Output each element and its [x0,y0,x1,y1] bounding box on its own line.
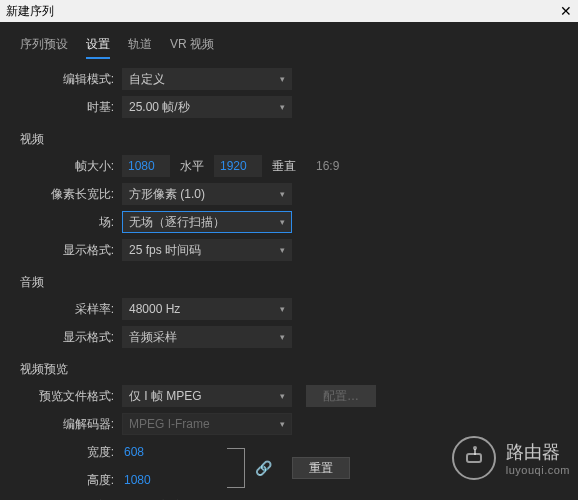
fields-label: 场: [0,214,122,231]
titlebar: 新建序列 ✕ [0,0,578,22]
tab-bar: 序列预设 设置 轨道 VR 视频 [0,32,578,67]
frame-size-label: 帧大小: [0,158,122,175]
tab-preset[interactable]: 序列预设 [20,36,68,59]
audio-display-format-label: 显示格式: [0,329,122,346]
watermark: 路由器 luyouqi.com [452,436,570,480]
dialog-content: 序列预设 设置 轨道 VR 视频 编辑模式: 自定义▾ 时基: 25.00 帧/… [0,22,578,500]
watermark-url: luyouqi.com [506,464,570,476]
link-icon[interactable]: 🔗 [249,460,278,476]
router-icon [452,436,496,480]
link-bracket [227,448,245,488]
aspect-ratio-text: 16:9 [306,159,339,173]
pixel-aspect-label: 像素长宽比: [0,186,122,203]
frame-height-input[interactable]: 1920 [214,155,262,177]
chevron-down-icon: ▾ [280,332,285,342]
preview-height-label: 高度: [0,472,122,489]
preview-width-label: 宽度: [0,444,122,461]
tab-settings[interactable]: 设置 [86,36,110,59]
chevron-down-icon: ▾ [280,245,285,255]
chevron-down-icon: ▾ [280,419,285,429]
codec-select: MPEG I-Frame▾ [122,413,292,435]
preview-format-label: 预览文件格式: [0,388,122,405]
chevron-down-icon: ▾ [280,391,285,401]
frame-width-input[interactable]: 1080 [122,155,170,177]
preview-section-title: 视频预览 [0,353,578,384]
chevron-down-icon: ▾ [280,217,285,227]
preview-width-input[interactable]: 608 [122,445,146,459]
timebase-select[interactable]: 25.00 帧/秒▾ [122,96,292,118]
vertical-label: 垂直 [262,158,306,175]
audio-display-format-select[interactable]: 音频采样▾ [122,326,292,348]
chevron-down-icon: ▾ [280,189,285,199]
pixel-aspect-select[interactable]: 方形像素 (1.0)▾ [122,183,292,205]
window-title: 新建序列 [6,3,54,20]
tab-tracks[interactable]: 轨道 [128,36,152,59]
audio-section-title: 音频 [0,266,578,297]
preview-height-input[interactable]: 1080 [122,473,153,487]
codec-label: 编解码器: [0,416,122,433]
timebase-label: 时基: [0,99,122,116]
reset-button[interactable]: 重置 [292,457,350,479]
video-display-format-label: 显示格式: [0,242,122,259]
chevron-down-icon: ▾ [280,74,285,84]
edit-mode-select[interactable]: 自定义▾ [122,68,292,90]
tab-vr[interactable]: VR 视频 [170,36,214,59]
video-display-format-select[interactable]: 25 fps 时间码▾ [122,239,292,261]
chevron-down-icon: ▾ [280,102,285,112]
edit-mode-label: 编辑模式: [0,71,122,88]
video-section-title: 视频 [0,123,578,154]
sample-rate-select[interactable]: 48000 Hz▾ [122,298,292,320]
config-button: 配置… [306,385,376,407]
chevron-down-icon: ▾ [280,304,285,314]
horizontal-label: 水平 [170,158,214,175]
fields-select[interactable]: 无场（逐行扫描）▾ [122,211,292,233]
sample-rate-label: 采样率: [0,301,122,318]
preview-format-select[interactable]: 仅 I 帧 MPEG▾ [122,385,292,407]
watermark-title: 路由器 [506,440,570,464]
close-icon[interactable]: ✕ [560,3,572,19]
